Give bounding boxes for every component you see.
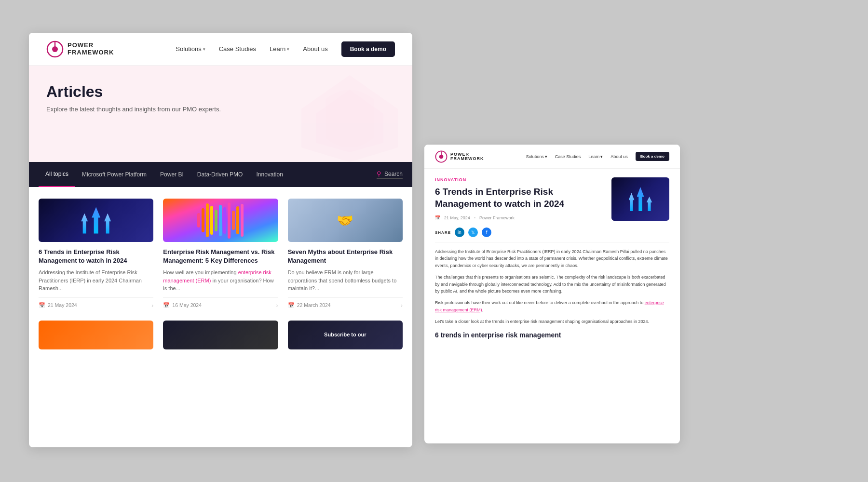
article-thumb-3: 🤝: [288, 199, 403, 242]
book-demo-button[interactable]: Book a demo: [341, 41, 395, 57]
detail-nav-case-studies[interactable]: Case Studies: [555, 154, 581, 159]
article-card-2[interactable]: Enterprise Risk Management vs. Risk Mana…: [163, 199, 278, 309]
detail-arrow-lg-icon: [637, 187, 644, 211]
detail-header: POWER FRAMEWORK Solutions ▾ Case Studies…: [424, 145, 680, 169]
detail-article-title: 6 Trends in Enterprise Risk Management t…: [435, 186, 604, 210]
calendar-icon-2: 📅: [163, 302, 170, 308]
hero-bg-shape-icon: [277, 70, 412, 162]
detail-section-title: 6 trends in enterprise risk management: [435, 331, 669, 339]
svg-point-3: [439, 154, 444, 159]
topic-all-topics[interactable]: All topics: [39, 162, 75, 187]
detail-arrow-sm-icon: [629, 193, 635, 211]
detail-date: 21 May, 2024: [444, 215, 470, 220]
detail-body-para-4: Let's take a closer look at the trends i…: [435, 318, 669, 325]
calendar-icon-1: 📅: [39, 302, 45, 308]
arrow-large-icon: [92, 207, 100, 234]
logo-power: POWER: [68, 42, 114, 49]
linkedin-share-button[interactable]: in: [455, 228, 464, 237]
detail-panel: POWER FRAMEWORK Solutions ▾ Case Studies…: [424, 145, 680, 443]
detail-logo-text: POWER FRAMEWORK: [450, 152, 484, 161]
article-card-3[interactable]: 🤝 Seven Myths about Enterprise Risk Mana…: [288, 199, 403, 309]
topic-data-driven-pmo[interactable]: Data-Driven PMO: [190, 162, 250, 187]
topic-power-bi[interactable]: Power BI: [153, 162, 190, 187]
search-label[interactable]: Search: [384, 171, 403, 177]
detail-content: INNOVATION 6 Trends in Enterprise Risk M…: [424, 169, 680, 348]
detail-hero-section: INNOVATION 6 Trends in Enterprise Risk M…: [435, 177, 669, 221]
article-date-1: 📅 21 May 2024 ›: [39, 297, 153, 309]
article-title-1: 6 Trends in Enterprise Risk Management t…: [39, 248, 153, 265]
detail-author: Power Framework: [479, 215, 515, 220]
detail-body-para-1: Addressing the Institute of Enterprise R…: [435, 248, 669, 269]
logo-framework: FRAMEWORK: [68, 49, 114, 56]
detail-arrow-sm2-icon: [647, 197, 652, 211]
arrow-small-icon: [81, 214, 88, 234]
detail-nav-solutions[interactable]: Solutions ▾: [526, 154, 547, 159]
detail-hero-text: INNOVATION 6 Trends in Enterprise Risk M…: [435, 177, 604, 220]
subscribe-text: Subscribe to our: [324, 331, 366, 338]
logo-text: POWER FRAMEWORK: [68, 42, 114, 56]
share-row: SHARE in 𝕏 f: [435, 228, 669, 242]
detail-nav-about[interactable]: About us: [610, 154, 628, 159]
detail-logo[interactable]: POWER FRAMEWORK: [435, 150, 484, 163]
topics-bar: All topics Microsoft Power Platform Powe…: [29, 162, 412, 187]
solutions-chevron-icon: ▾: [203, 47, 205, 52]
detail-solutions-chevron-icon: ▾: [545, 154, 547, 159]
bottom-card-1[interactable]: [39, 321, 153, 349]
detail-thumb-arrows: [629, 187, 652, 211]
detail-body-para-2: The challenges that this presents to org…: [435, 274, 669, 295]
search-icon: ⚲: [377, 170, 381, 177]
twitter-share-button[interactable]: 𝕏: [468, 228, 478, 237]
bottom-thumb-subscribe: Subscribe to our: [288, 321, 403, 349]
detail-body-para-3: Risk professionals have their work cut o…: [435, 299, 669, 313]
detail-thumb: [611, 177, 669, 221]
articles-grid: 6 Trends in Enterprise Risk Management t…: [29, 187, 412, 321]
nav-solutions[interactable]: Solutions ▾: [176, 45, 205, 53]
bottom-articles-row: Subscribe to our: [29, 321, 412, 359]
article-title-2: Enterprise Risk Management vs. Risk Mana…: [163, 248, 278, 265]
logo[interactable]: POWER FRAMEWORK: [46, 40, 114, 58]
main-nav: Solutions ▾ Case Studies Learn ▾ About u…: [176, 41, 395, 57]
article-desc-3: Do you believe ERM is only for large cor…: [288, 268, 403, 293]
main-panel: POWER FRAMEWORK Solutions ▾ Case Studies…: [29, 33, 412, 447]
facebook-share-button[interactable]: f: [482, 228, 491, 237]
topic-innovation[interactable]: Innovation: [249, 162, 289, 187]
article-date-3: 📅 22 March 2024 ›: [288, 297, 403, 309]
arrow-right-icon-1: ›: [151, 302, 153, 309]
svg-point-1: [52, 46, 58, 52]
erm-link[interactable]: enterprise risk management (ERM): [435, 300, 664, 312]
colorful-lines: [197, 201, 244, 240]
article-thumb-1: [39, 199, 153, 242]
bottom-thumb-orange: [39, 321, 153, 349]
arrow-right-icon-3: ›: [401, 302, 403, 309]
desc-highlight: enterprise risk management (ERM): [163, 269, 271, 283]
detail-nav-learn[interactable]: Learn ▾: [588, 154, 603, 159]
bottom-card-subscribe[interactable]: Subscribe to our: [288, 321, 403, 349]
nav-case-studies[interactable]: Case Studies: [219, 45, 256, 53]
nav-learn[interactable]: Learn ▾: [270, 45, 289, 53]
bottom-thumb-dark: [163, 321, 278, 349]
detail-book-demo-button[interactable]: Book a demo: [636, 152, 669, 161]
search-area[interactable]: ⚲ Search: [377, 170, 403, 179]
topic-microsoft-power-platform[interactable]: Microsoft Power Platform: [75, 162, 153, 187]
arrow-right-icon-2: ›: [276, 302, 278, 309]
share-label: SHARE: [435, 230, 451, 235]
detail-category: INNOVATION: [435, 177, 604, 182]
article-date-2: 📅 16 May 2024 ›: [163, 297, 278, 309]
main-header: POWER FRAMEWORK Solutions ▾ Case Studies…: [29, 33, 412, 66]
detail-nav: Solutions ▾ Case Studies Learn ▾ About u…: [526, 152, 669, 161]
bottom-card-2[interactable]: [163, 321, 278, 349]
calendar-icon-3: 📅: [288, 302, 295, 308]
learn-chevron-icon: ▾: [287, 47, 289, 52]
power-framework-icon: [46, 40, 64, 58]
detail-learn-chevron-icon: ▾: [600, 154, 603, 159]
detail-meta: 📅 21 May, 2024 • Power Framework: [435, 215, 604, 220]
hero-section: Articles Explore the latest thoughts and…: [29, 66, 412, 162]
article-desc-1: Addressing the Institute of Enterprise R…: [39, 268, 153, 293]
arrow-small-2-icon: [104, 214, 111, 234]
article-title-3: Seven Myths about Enterprise Risk Manage…: [288, 248, 403, 265]
article-thumb-2: [163, 199, 278, 242]
nav-about[interactable]: About us: [303, 45, 327, 53]
article-desc-2: How well are you implementing enterprise…: [163, 268, 278, 293]
article-card-1[interactable]: 6 Trends in Enterprise Risk Management t…: [39, 199, 153, 309]
detail-calendar-icon: 📅: [435, 215, 440, 220]
